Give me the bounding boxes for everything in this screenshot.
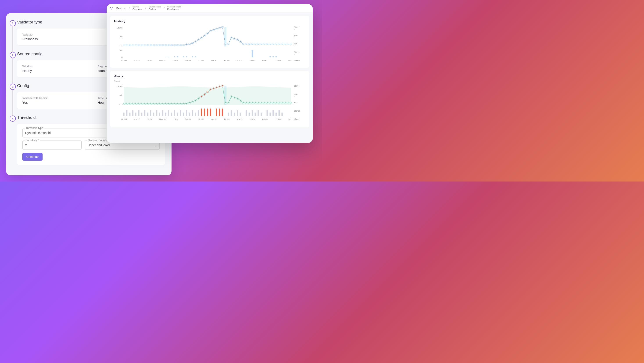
breadcrumb-separator: / [145, 6, 146, 10]
step-connector [12, 90, 13, 116]
svg-rect-199 [272, 110, 274, 116]
svg-point-62 [183, 44, 184, 46]
svg-text:Nov 21: Nov 21 [236, 118, 242, 120]
svg-point-116 [264, 43, 265, 45]
svg-rect-12 [177, 56, 178, 57]
svg-point-92 [228, 43, 229, 45]
svg-rect-174 [186, 110, 187, 116]
chart-title: History [114, 19, 305, 23]
svg-point-304 [272, 102, 274, 103]
svg-point-254 [198, 98, 199, 99]
field-label: Window [22, 65, 84, 68]
svg-point-58 [177, 44, 178, 46]
chart-legend-side: Start t-Max-Min-Standa-Alarm [294, 84, 305, 125]
svg-point-78 [207, 33, 208, 34]
svg-point-222 [150, 103, 151, 104]
svg-rect-175 [189, 113, 190, 116]
svg-text:Nov 17: Nov 17 [134, 59, 140, 62]
svg-point-80 [210, 30, 211, 31]
svg-rect-189 [237, 110, 238, 116]
svg-point-72 [198, 39, 199, 40]
svg-point-252 [195, 100, 196, 101]
svg-rect-158 [138, 110, 140, 116]
svg-point-106 [248, 43, 250, 45]
svg-point-120 [270, 43, 271, 45]
svg-rect-202 [282, 113, 283, 116]
continue-button[interactable]: Continue [22, 153, 42, 161]
svg-point-212 [135, 103, 136, 104]
svg-text:Nov 20: Nov 20 [211, 118, 217, 120]
svg-point-68 [192, 42, 193, 44]
breadcrumb-validator-details[interactable]: Validator details Freshness [166, 6, 182, 11]
svg-point-306 [276, 102, 277, 103]
svg-point-66 [189, 43, 190, 45]
svg-point-232 [165, 103, 166, 104]
breadcrumb-source-details[interactable]: Source details Orders [148, 6, 162, 11]
step-connector [12, 58, 13, 85]
step-number: 3 [10, 84, 16, 90]
svg-point-296 [260, 102, 262, 103]
logo-icon [110, 6, 113, 10]
menu-button[interactable]: Menu ⌄ [114, 6, 127, 10]
breadcrumb-separator: / [164, 6, 165, 10]
svg-point-314 [287, 102, 289, 103]
svg-rect-182 [210, 108, 211, 116]
svg-rect-153 [123, 113, 124, 116]
alerts-chart[interactable]: 1d 16h20h< 1s12 PMNov 1712 PMNov 1812 PM… [114, 84, 292, 125]
svg-point-102 [242, 43, 244, 45]
svg-text:0: 0 [122, 56, 122, 58]
svg-point-36 [144, 44, 146, 46]
svg-point-82 [213, 29, 214, 30]
svg-point-266 [216, 87, 217, 88]
svg-text:Nov 21: Nov 21 [236, 59, 242, 62]
svg-point-278 [234, 97, 235, 98]
chart-title: Alerts [114, 74, 305, 78]
svg-rect-188 [234, 113, 235, 116]
svg-point-300 [266, 102, 268, 103]
svg-rect-167 [165, 113, 166, 116]
svg-text:12 PM: 12 PM [172, 59, 178, 62]
svg-point-28 [132, 44, 133, 46]
svg-text:100: 100 [119, 49, 122, 51]
svg-rect-168 [168, 110, 169, 116]
svg-rect-162 [150, 110, 151, 116]
svg-rect-16 [195, 56, 196, 57]
history-chart[interactable]: 1d 16h20h< 1s100012 PMNov 1712 PMNov 181… [114, 25, 292, 64]
field-value: Hourly [22, 69, 32, 72]
svg-text:12 PM: 12 PM [250, 59, 255, 62]
svg-point-316 [290, 102, 292, 103]
breadcrumb-source[interactable]: Source Overview [132, 6, 144, 11]
svg-point-100 [240, 41, 241, 42]
svg-rect-179 [201, 108, 202, 116]
svg-point-274 [228, 102, 229, 103]
svg-point-282 [240, 100, 241, 101]
svg-point-30 [135, 44, 136, 46]
svg-point-248 [189, 102, 190, 103]
svg-text:12 PM: 12 PM [276, 118, 281, 120]
svg-point-124 [276, 43, 277, 45]
svg-point-50 [165, 44, 166, 46]
svg-point-308 [278, 102, 280, 103]
svg-text:20h: 20h [119, 35, 122, 38]
svg-point-130 [284, 43, 286, 45]
svg-text:12 PM: 12 PM [121, 59, 127, 62]
svg-rect-169 [171, 113, 172, 116]
svg-rect-171 [177, 113, 178, 116]
svg-point-128 [282, 43, 283, 45]
chart-legend-side: Start t-Max-Min-Standa-Events [294, 25, 305, 65]
svg-point-246 [186, 103, 187, 104]
svg-point-208 [129, 103, 130, 104]
svg-point-284 [242, 102, 244, 103]
svg-point-262 [210, 89, 211, 90]
svg-point-270 [222, 85, 223, 86]
svg-rect-187 [231, 110, 232, 116]
svg-rect-154 [126, 110, 128, 116]
svg-point-214 [138, 103, 140, 104]
sensitivity-input[interactable] [22, 140, 82, 150]
field-label: Threshold type [24, 126, 44, 130]
svg-point-98 [237, 39, 238, 40]
alerts-chart-card: Alerts Smart 1d 16h20h< 1s12 PMNov 1712 … [110, 71, 309, 127]
svg-point-118 [266, 43, 268, 45]
svg-point-26 [129, 44, 130, 46]
svg-point-234 [168, 103, 169, 104]
